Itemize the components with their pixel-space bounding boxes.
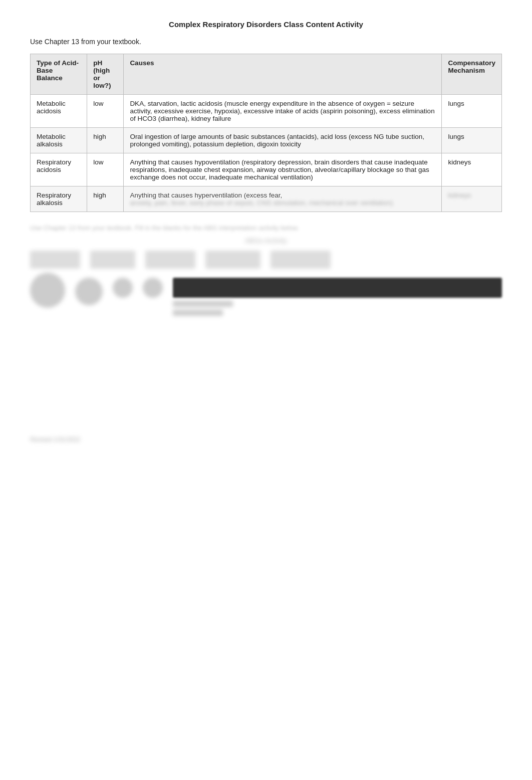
blurred-instruction: Use Chapter 13 from your textbook. Fill … bbox=[30, 224, 502, 232]
col-header-causes: Causes bbox=[124, 54, 442, 95]
compensatory-cell: kidneys bbox=[442, 153, 502, 186]
table-row: Metabolic acidosis low DKA, starvation, … bbox=[31, 95, 502, 128]
compensatory-cell: kidneys bbox=[442, 186, 502, 212]
compensatory-cell: lungs bbox=[442, 128, 502, 153]
causes-cell: Anything that causes hypoventilation (re… bbox=[124, 153, 442, 186]
page-title: Complex Respiratory Disorders Class Cont… bbox=[30, 20, 502, 29]
type-cell: Metabolic acidosis bbox=[31, 95, 87, 128]
causes-cell: Anything that causes hyperventilation (e… bbox=[124, 186, 442, 212]
ph-cell: high bbox=[87, 186, 124, 212]
acid-base-table: Type of Acid-BaseBalance pH (high orlow?… bbox=[30, 54, 502, 212]
blurred-data-row bbox=[30, 273, 502, 316]
ph-cell: low bbox=[87, 153, 124, 186]
ph-cell: high bbox=[87, 128, 124, 153]
table-row: Respiratory acidosis low Anything that c… bbox=[31, 153, 502, 186]
blurred-table-area bbox=[30, 251, 502, 316]
ph-cell: low bbox=[87, 95, 124, 128]
causes-cell: Oral ingestion of large amounts of basic… bbox=[124, 128, 442, 153]
col-header-compensatory: CompensatoryMechanism bbox=[442, 54, 502, 95]
compensatory-cell: lungs bbox=[442, 95, 502, 128]
blurred-text-lines bbox=[173, 301, 502, 316]
causes-cell: DKA, starvation, lactic acidosis (muscle… bbox=[124, 95, 442, 128]
blurred-image-4 bbox=[143, 278, 163, 298]
blurred-table-headers bbox=[30, 251, 502, 269]
type-cell: Respiratory acidosis bbox=[31, 153, 87, 186]
table-row: Respiratory alkalosis high Anything that… bbox=[31, 186, 502, 212]
blurred-section-title: ABGs Activity bbox=[30, 237, 502, 245]
blurred-image-2 bbox=[75, 278, 103, 305]
blurred-image-1 bbox=[30, 273, 65, 308]
blurred-dark-answer bbox=[173, 278, 502, 298]
intro-text: Use Chapter 13 from your textbook. bbox=[30, 38, 502, 46]
col-header-type: Type of Acid-BaseBalance bbox=[31, 54, 87, 95]
col-header-ph: pH (high orlow?) bbox=[87, 54, 124, 95]
type-cell: Respiratory alkalosis bbox=[31, 186, 87, 212]
type-cell: Metabolic alkalosis bbox=[31, 128, 87, 153]
blurred-image-3 bbox=[113, 278, 133, 298]
footer-text: Revised 1/31/2022 bbox=[30, 436, 502, 443]
table-row: Metabolic alkalosis high Oral ingestion … bbox=[31, 128, 502, 153]
